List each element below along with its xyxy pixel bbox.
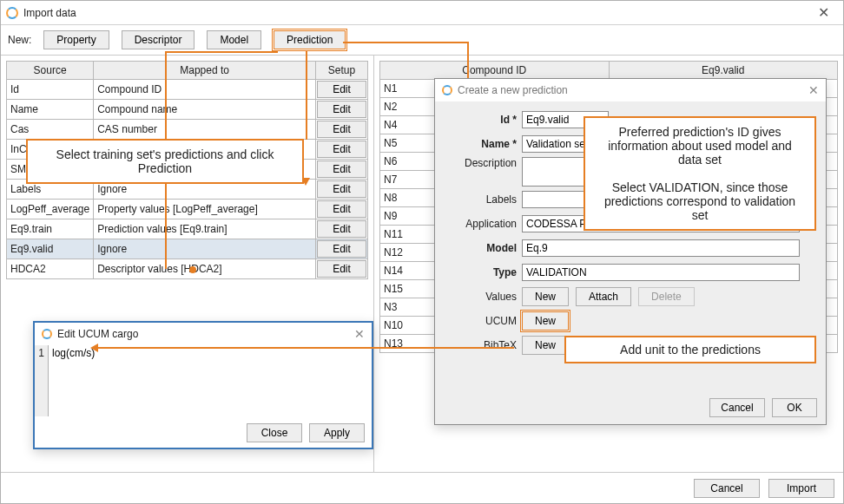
edit-button[interactable]: Edit — [317, 240, 366, 258]
values-delete-button: Delete — [638, 287, 695, 306]
app-logo-icon — [6, 7, 18, 19]
label-model: Model — [444, 242, 522, 254]
label-type: Type — [444, 266, 522, 278]
cell-source: Name — [7, 100, 94, 120]
label-name: Name * — [444, 138, 522, 150]
mapping-row[interactable]: CasCAS numberEdit — [7, 120, 368, 140]
cell-mapped: Compound name — [94, 100, 316, 120]
dialog-title: Create a new prediction — [458, 84, 808, 96]
mapping-row[interactable]: LogPeff_averageProperty values [LogPeff_… — [7, 200, 368, 219]
cell-mapped: Ignore — [94, 239, 316, 259]
col-source: Source — [7, 62, 94, 80]
bibtex-new-button[interactable]: New — [522, 336, 569, 355]
toolbar-new-label: New: — [8, 34, 31, 46]
ucum-new-button[interactable]: New — [522, 311, 569, 331]
cell-source: Cas — [7, 120, 94, 140]
label-values: Values — [444, 291, 522, 303]
cell-source: HDCA2 — [7, 259, 94, 279]
cargo-close-button[interactable]: Close — [247, 423, 302, 442]
edit-button[interactable]: Edit — [317, 220, 366, 238]
cargo-close-icon[interactable]: ✕ — [354, 327, 365, 341]
mapping-row[interactable]: HDCA2Descriptor values [HDCA2]Edit — [7, 259, 368, 279]
mapping-row[interactable]: Eq9.trainPrediction values [Eq9.train]Ed… — [7, 219, 368, 239]
window-titlebar: Import data ✕ — [1, 1, 843, 25]
label-application: Application — [444, 218, 522, 230]
cell-mapped: Descriptor values [HDCA2] — [94, 259, 316, 279]
cell-mapped: CAS number — [94, 120, 316, 140]
cell-source: Id — [7, 80, 94, 100]
connector-2 — [165, 180, 167, 269]
prediction-cancel-button[interactable]: Cancel — [709, 398, 765, 417]
edit-button[interactable]: Edit — [317, 141, 366, 158]
connector-1 — [165, 51, 167, 140]
cell-source: Eq9.train — [7, 219, 94, 239]
label-id: Id * — [444, 114, 522, 126]
edit-button[interactable]: Edit — [317, 180, 366, 198]
mapping-row[interactable]: IdCompound IDEdit — [7, 80, 368, 100]
connector-4b — [467, 42, 469, 78]
edit-button[interactable]: Edit — [317, 81, 366, 98]
connector-3 — [306, 51, 307, 140]
new-toolbar: New: Property Descriptor Model Predictio… — [1, 25, 843, 55]
window-title: Import data — [23, 7, 808, 19]
values-new-button[interactable]: New — [522, 287, 569, 306]
label-labels: Labels — [444, 193, 522, 206]
dialog-close-button[interactable]: ✕ — [808, 83, 819, 97]
cargo-logo-icon — [42, 329, 52, 339]
new-prediction-button[interactable]: Prediction — [274, 30, 346, 49]
new-property-button[interactable]: Property — [43, 30, 109, 49]
import-button[interactable]: Import — [768, 479, 834, 498]
col-setup: Setup — [316, 62, 368, 80]
edit-button[interactable]: Edit — [317, 200, 366, 218]
dot-selected-row — [189, 266, 196, 273]
cargo-title: Edit UCUM cargo — [57, 328, 354, 340]
col-eq9-valid: Eq9.valid — [609, 62, 838, 80]
arrow-left-1 — [90, 344, 98, 352]
label-description: Description — [444, 157, 522, 169]
cancel-button[interactable]: Cancel — [694, 479, 760, 498]
cell-source: Eq9.valid — [7, 239, 94, 259]
cell-mapped: Prediction values [Eq9.train] — [94, 219, 316, 239]
edit-button[interactable]: Edit — [317, 101, 366, 118]
annotation-add-unit: Add unit to the predictions — [564, 336, 816, 363]
cell-mapped: Property values [LogPeff_average] — [94, 200, 316, 219]
cargo-apply-button[interactable]: Apply — [309, 423, 365, 442]
annotation-select-predictions: Select training set's predictions and cl… — [26, 139, 304, 184]
prediction-ok-button[interactable]: OK — [772, 398, 817, 417]
label-bibtex: BibTeX — [444, 339, 522, 351]
new-model-button[interactable]: Model — [207, 30, 261, 49]
annotation-preferred-id: Preferred prediction's ID gives informat… — [584, 116, 816, 231]
dialog-logo-icon — [442, 85, 452, 95]
connector-3b — [165, 51, 278, 53]
col-mapped: Mapped to — [94, 62, 316, 80]
window-close-button[interactable]: ✕ — [808, 4, 838, 21]
input-type[interactable] — [522, 264, 800, 281]
connector-4 — [343, 42, 469, 43]
cargo-line-number: 1 — [35, 345, 49, 416]
cargo-textarea[interactable] — [49, 345, 372, 416]
values-attach-button[interactable]: Attach — [576, 287, 631, 306]
edit-button[interactable]: Edit — [317, 121, 366, 138]
mapping-row[interactable]: NameCompound nameEdit — [7, 100, 368, 120]
col-compound-id: Compound ID — [380, 62, 610, 80]
cell-mapped: Compound ID — [94, 80, 316, 100]
mapping-row[interactable]: Eq9.validIgnoreEdit — [7, 239, 368, 259]
label-ucum: UCUM — [444, 315, 522, 327]
connector-5 — [97, 347, 514, 349]
new-descriptor-button[interactable]: Descriptor — [122, 30, 195, 49]
edit-button[interactable]: Edit — [317, 160, 366, 178]
cell-source: LogPeff_average — [7, 200, 94, 219]
edit-button[interactable]: Edit — [317, 260, 366, 278]
input-model[interactable] — [522, 239, 800, 257]
dialog-footer: Cancel Import — [1, 472, 843, 503]
edit-ucum-cargo-dialog: Edit UCUM cargo ✕ 1 Close Apply — [33, 321, 373, 449]
